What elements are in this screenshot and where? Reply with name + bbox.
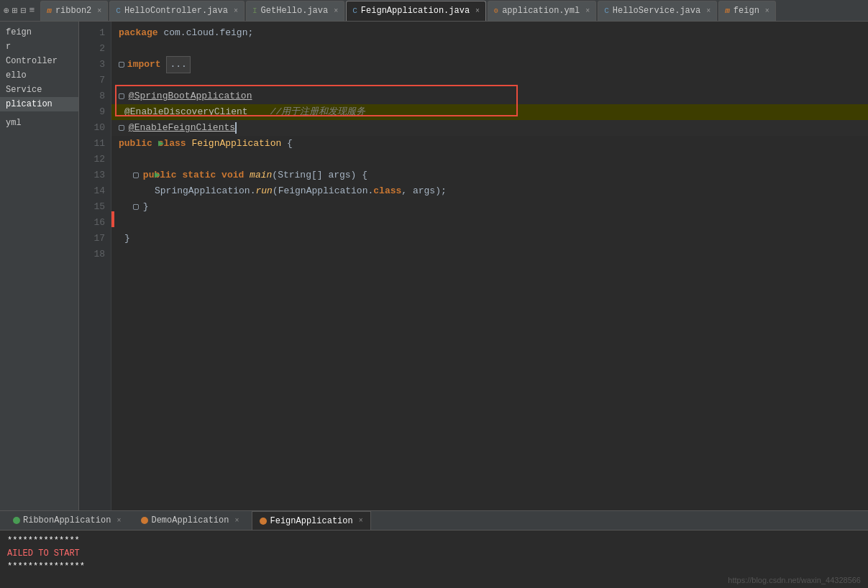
tab-label-ribbon2: ribbon2 xyxy=(55,6,91,16)
type-springapp: SpringApplication xyxy=(155,183,250,199)
code-line-18 xyxy=(111,247,868,262)
close-icon[interactable]: × xyxy=(334,7,338,15)
main-area: feign r Controller ello Service plicatio… xyxy=(0,22,868,510)
sidebar-item-application[interactable]: plication xyxy=(0,97,78,111)
tab-label-hello-controller: HelloController.java xyxy=(124,6,228,16)
run-bar: RibbonApplication × DemoApplication × Fe… xyxy=(0,510,868,530)
fold-icon-13: ▢ xyxy=(133,167,139,183)
watermark: https://blog.csdn.net/waxin_44328566 xyxy=(728,576,861,584)
code-line-9: @EnableDiscoveryClient //用于注册和发现服务 xyxy=(111,104,868,120)
kw-void: void xyxy=(221,167,244,183)
console-line-error: AILED TO START xyxy=(7,547,861,560)
tab-hello-service[interactable]: C HelloService.java × xyxy=(598,1,717,21)
annotation-springboot: @SpringBootApplication xyxy=(129,88,252,104)
close-icon[interactable]: × xyxy=(234,7,238,15)
fold-icon: ▢ xyxy=(119,57,124,73)
status-dot-orange2 xyxy=(260,518,267,525)
cursor xyxy=(235,122,237,134)
run-tab-demo[interactable]: DemoApplication × xyxy=(134,511,246,530)
method-main: main xyxy=(250,167,272,183)
status-dot-orange xyxy=(141,517,148,524)
window-controls: ⊕ ⊞ ⊟ ≡ xyxy=(4,5,35,17)
code-line-17: } xyxy=(111,231,868,247)
import-ellipsis: ... xyxy=(166,56,190,73)
package-name: com xyxy=(163,25,180,41)
error-indicator xyxy=(111,211,114,227)
close-run-feign[interactable]: × xyxy=(359,517,363,525)
tab-icon-c: C xyxy=(116,6,121,15)
code-line-12 xyxy=(111,152,868,167)
line-numbers: 1 2 3 7 8 9 10 11 12 13 14 15 16 17 18 xyxy=(79,22,111,510)
tab-feign-application[interactable]: C FeignApplication.java × xyxy=(346,1,486,21)
tab-label-application-yml: application.yml xyxy=(502,6,580,16)
code-line-11: ▶ public class FeignApplication { xyxy=(111,136,868,152)
sidebar-item-hello[interactable]: ello xyxy=(0,68,78,83)
tab-get-hello[interactable]: I GetHello.java × xyxy=(246,1,344,21)
close-run-demo[interactable]: × xyxy=(234,517,239,525)
tab-icon-yml: ⚙ xyxy=(494,6,498,15)
keyword-package: package xyxy=(119,25,158,41)
editor-area[interactable]: 1 2 3 7 8 9 10 11 12 13 14 15 16 17 18 xyxy=(79,22,868,510)
sidebar-item-r[interactable]: r xyxy=(0,40,78,54)
tab-icon-c: C xyxy=(604,6,609,15)
ctrl1: ⊕ xyxy=(4,5,9,17)
code-line-3: ▢ import ... xyxy=(111,57,868,73)
tab-application-yml[interactable]: ⚙ application.yml × xyxy=(488,1,596,21)
type-string: String xyxy=(278,167,311,183)
run-tab-feign-label: FeignApplication xyxy=(270,516,352,526)
close-icon[interactable]: × xyxy=(706,7,711,15)
tab-icon-i: I xyxy=(252,6,257,15)
status-dot-green xyxy=(13,517,20,524)
console-line-stars: ************** xyxy=(7,534,861,547)
tab-label-get-hello: GetHello.java xyxy=(261,6,329,16)
close-icon[interactable]: × xyxy=(585,7,590,15)
ctrl4: ≡ xyxy=(29,5,35,17)
method-run: run xyxy=(255,183,272,199)
run-tab-ribbon[interactable]: RibbonApplication × xyxy=(6,511,128,530)
tab-label-hello-service: HelloService.java xyxy=(613,6,700,16)
fold-icon-10: ▢ xyxy=(119,120,124,136)
sidebar-item-feign[interactable]: feign xyxy=(0,25,78,40)
tab-ribbon2[interactable]: m ribbon2 × xyxy=(40,1,108,21)
code-container: 1 2 3 7 8 9 10 11 12 13 14 15 16 17 18 xyxy=(79,22,868,510)
run-tab-feign[interactable]: FeignApplication × xyxy=(252,511,370,530)
keyword-import: import xyxy=(127,57,161,73)
code-line-10: ▢ @EnableFeignClients xyxy=(111,120,868,136)
tab-icon-m: m xyxy=(47,6,52,15)
class-name: FeignApplication xyxy=(191,136,281,152)
close-icon[interactable]: × xyxy=(97,7,101,15)
close-icon[interactable]: × xyxy=(475,7,480,15)
tab-label-feign: feign xyxy=(734,6,759,16)
tab-label-feign-application: FeignApplication.java xyxy=(361,6,470,16)
code-line-2 xyxy=(111,41,868,57)
run-tab-ribbon-label: RibbonApplication xyxy=(23,515,111,525)
ctrl2: ⊞ xyxy=(12,5,18,17)
code-line-7 xyxy=(111,73,868,88)
code-line-13: ▶ ▢ public static void main(String[] arg… xyxy=(111,167,868,183)
console-line-3: *************** xyxy=(7,560,861,573)
keyword-public: public xyxy=(119,136,152,152)
run-tab-demo-label: DemoApplication xyxy=(151,515,229,525)
fold-icon-8: ▢ xyxy=(119,88,124,104)
close-run-ribbon[interactable]: × xyxy=(117,517,121,525)
close-icon[interactable]: × xyxy=(765,7,769,15)
run-arrow-icon[interactable]: ▶ xyxy=(158,136,164,152)
sidebar-item-service[interactable]: Service xyxy=(0,83,78,97)
code-line-16 xyxy=(111,215,868,231)
fold-icon-15: ▢ xyxy=(133,199,139,215)
code-line-14: SpringApplication.run(FeignApplication.c… xyxy=(111,183,868,199)
tab-hello-controller[interactable]: C HelloController.java × xyxy=(109,1,245,21)
annotation-feign-clients: @EnableFeignClients xyxy=(129,120,235,136)
code-line-1: package com.cloud.feign; xyxy=(111,25,868,41)
tab-feign[interactable]: m feign × xyxy=(718,1,776,21)
code-content[interactable]: package com.cloud.feign; ▢ import ... ▶ … xyxy=(111,22,868,510)
sidebar-item-controller[interactable]: Controller xyxy=(0,54,78,68)
tab-icon-m2: m xyxy=(725,6,730,15)
sidebar-item-yml[interactable]: yml xyxy=(0,116,78,130)
kw-static: static xyxy=(182,167,216,183)
run-icon-13[interactable]: ▶ xyxy=(155,167,160,183)
comment-discovery: //用于注册和发现服务 xyxy=(270,104,366,120)
code-line-15: ▢ } xyxy=(111,199,868,215)
annotation-discovery: @EnableDiscoveryClient xyxy=(124,104,248,120)
sidebar: feign r Controller ello Service plicatio… xyxy=(0,22,79,510)
